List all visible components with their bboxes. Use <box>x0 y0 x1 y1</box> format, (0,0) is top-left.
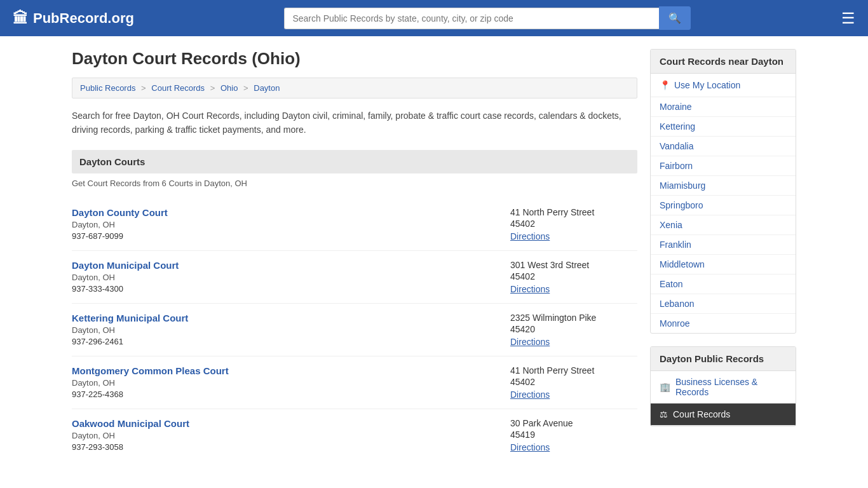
sidebar-city-item[interactable]: Vandalia <box>651 137 796 156</box>
breadcrumb-dayton[interactable]: Dayton <box>254 83 280 93</box>
nearby-box: Court Records near Dayton 📍 Use My Locat… <box>650 49 796 334</box>
search-bar: 🔍 <box>284 6 691 30</box>
court-address: 41 North Perry Street 45402 Directions <box>510 365 637 400</box>
breadcrumb-ohio[interactable]: Ohio <box>220 83 238 93</box>
city-list: MoraineKetteringVandaliaFairbornMiamisbu… <box>651 97 796 333</box>
pr-label: Business Licenses & Records <box>675 377 787 397</box>
court-address: 2325 Wilmington Pike 45420 Directions <box>510 313 637 347</box>
logo-text: PubRecord.org <box>33 10 134 27</box>
court-zip: 45402 <box>510 377 637 387</box>
court-phone: 937-687-9099 <box>72 231 510 241</box>
directions-link[interactable]: Directions <box>510 442 550 452</box>
section-header: Dayton Courts <box>72 150 637 173</box>
court-city: Dayton, OH <box>72 220 510 229</box>
breadcrumb-sep-2: > <box>210 83 217 93</box>
sidebar-pr-item[interactable]: 🏢Business Licenses & Records <box>651 371 796 403</box>
sidebar-city-item[interactable]: Xenia <box>651 215 796 235</box>
use-location-label: Use My Location <box>674 80 740 90</box>
sidebar-pr-item[interactable]: ⚖Court Records <box>651 403 796 426</box>
court-address: 41 North Perry Street 45402 Directions <box>510 207 637 241</box>
court-street: 2325 Wilmington Pike <box>510 313 637 323</box>
court-info: Dayton County Court Dayton, OH 937-687-9… <box>72 207 510 241</box>
directions-link[interactable]: Directions <box>510 284 550 294</box>
main-content: Dayton Court Records (Ohio) Public Recor… <box>72 49 637 461</box>
court-info: Montgomery Common Pleas Court Dayton, OH… <box>72 365 510 399</box>
pr-icon: 🏢 <box>660 382 670 392</box>
search-icon: 🔍 <box>668 13 681 24</box>
page-title: Dayton Court Records (Ohio) <box>72 49 637 69</box>
court-zip: 45419 <box>510 430 637 440</box>
breadcrumb: Public Records > Court Records > Ohio > … <box>72 78 637 98</box>
sidebar-city-item[interactable]: Middletown <box>651 255 796 274</box>
sidebar-city-item[interactable]: Fairborn <box>651 156 796 176</box>
court-info: Kettering Municipal Court Dayton, OH 937… <box>72 313 510 346</box>
court-item: Montgomery Common Pleas Court Dayton, OH… <box>72 356 637 409</box>
nearby-title: Court Records near Dayton <box>651 50 796 74</box>
logo-link[interactable]: 🏛 PubRecord.org <box>13 10 134 27</box>
court-name[interactable]: Oakwood Municipal Court <box>72 418 510 429</box>
court-name[interactable]: Kettering Municipal Court <box>72 313 510 323</box>
court-phone: 937-293-3058 <box>72 442 510 452</box>
court-item: Dayton Municipal Court Dayton, OH 937-33… <box>72 251 637 304</box>
pr-icon: ⚖ <box>660 409 668 419</box>
header: 🏛 PubRecord.org 🔍 ☰ <box>0 0 868 36</box>
sidebar-city-item[interactable]: Miamisburg <box>651 176 796 196</box>
court-info: Oakwood Municipal Court Dayton, OH 937-2… <box>72 418 510 452</box>
logo-icon: 🏛 <box>13 10 28 27</box>
search-input[interactable] <box>284 8 659 29</box>
public-records-title: Dayton Public Records <box>651 347 796 371</box>
use-location-button[interactable]: 📍 Use My Location <box>651 74 796 97</box>
court-city: Dayton, OH <box>72 431 510 440</box>
court-city: Dayton, OH <box>72 378 510 388</box>
court-phone: 937-333-4300 <box>72 284 510 294</box>
section-subtext: Get Court Records from 6 Courts in Dayto… <box>72 179 637 188</box>
sidebar-city-item[interactable]: Lebanon <box>651 294 796 314</box>
court-zip: 45402 <box>510 219 637 229</box>
court-zip: 45402 <box>510 271 637 281</box>
court-address: 30 Park Avenue 45419 Directions <box>510 418 637 452</box>
pr-label: Court Records <box>673 409 730 419</box>
court-item: Kettering Municipal Court Dayton, OH 937… <box>72 304 637 356</box>
sidebar-city-item[interactable]: Moraine <box>651 97 796 117</box>
court-zip: 45420 <box>510 324 637 334</box>
search-button[interactable]: 🔍 <box>659 6 691 30</box>
sidebar-city-item[interactable]: Kettering <box>651 117 796 137</box>
court-item: Oakwood Municipal Court Dayton, OH 937-2… <box>72 409 637 461</box>
court-phone: 937-225-4368 <box>72 390 510 399</box>
court-phone: 937-296-2461 <box>72 337 510 346</box>
directions-link[interactable]: Directions <box>510 231 550 241</box>
breadcrumb-sep-1: > <box>141 83 148 93</box>
sidebar-city-item[interactable]: Monroe <box>651 314 796 333</box>
pin-icon: 📍 <box>660 80 670 90</box>
court-name[interactable]: Dayton Municipal Court <box>72 260 510 271</box>
courts-list: Dayton County Court Dayton, OH 937-687-9… <box>72 198 637 461</box>
main-container: Dayton Court Records (Ohio) Public Recor… <box>59 36 809 474</box>
court-street: 30 Park Avenue <box>510 418 637 428</box>
menu-icon[interactable]: ☰ <box>841 10 855 27</box>
breadcrumb-court-records[interactable]: Court Records <box>151 83 205 93</box>
directions-link[interactable]: Directions <box>510 337 550 347</box>
sidebar-city-item[interactable]: Franklin <box>651 235 796 255</box>
court-street: 41 North Perry Street <box>510 365 637 376</box>
page-description: Search for free Dayton, OH Court Records… <box>72 109 637 137</box>
public-records-list: 🏢Business Licenses & Records⚖Court Recor… <box>651 371 796 426</box>
sidebar-city-item[interactable]: Springboro <box>651 196 796 215</box>
directions-link[interactable]: Directions <box>510 390 550 400</box>
sidebar-city-item[interactable]: Eaton <box>651 274 796 294</box>
court-street: 41 North Perry Street <box>510 207 637 217</box>
breadcrumb-sep-3: > <box>243 83 250 93</box>
court-street: 301 West 3rd Street <box>510 260 637 270</box>
sidebar: Court Records near Dayton 📍 Use My Locat… <box>650 49 796 461</box>
court-info: Dayton Municipal Court Dayton, OH 937-33… <box>72 260 510 294</box>
public-records-box: Dayton Public Records 🏢Business Licenses… <box>650 346 796 426</box>
court-name[interactable]: Dayton County Court <box>72 207 510 218</box>
court-name[interactable]: Montgomery Common Pleas Court <box>72 365 510 376</box>
breadcrumb-public-records[interactable]: Public Records <box>80 83 135 93</box>
court-address: 301 West 3rd Street 45402 Directions <box>510 260 637 294</box>
court-city: Dayton, OH <box>72 273 510 282</box>
court-item: Dayton County Court Dayton, OH 937-687-9… <box>72 198 637 251</box>
court-city: Dayton, OH <box>72 325 510 335</box>
